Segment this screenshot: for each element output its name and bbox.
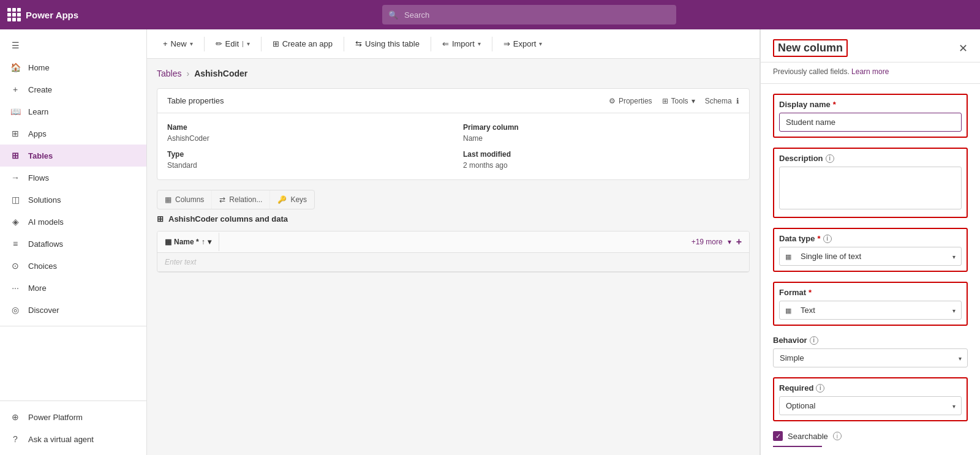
breadcrumb-parent[interactable]: Tables (157, 69, 181, 78)
behavior-info-icon[interactable]: i (810, 336, 818, 345)
data-table-title: ⊞ AshishCoder columns and data (157, 214, 750, 224)
panel-subtitle-text: Previously called fields. (773, 67, 851, 76)
new-button[interactable]: + New ▾ (157, 36, 199, 52)
schema-tab-keys[interactable]: 🔑 Keys (270, 190, 314, 209)
display-name-input[interactable] (779, 113, 962, 132)
new-chevron-icon: ▾ (190, 40, 193, 47)
more-chevron-icon: ▾ (728, 238, 731, 246)
search-icon: 🔍 (388, 10, 398, 20)
format-group: Format * ▦ Text Email URL Phone ▾ (773, 282, 968, 326)
behavior-select-wrap: Simple Calculated Rollup ▾ (773, 348, 968, 367)
search-input[interactable] (382, 5, 676, 24)
sidebar-item-apps[interactable]: ⊞ Apps (0, 122, 146, 145)
display-name-required: * (833, 100, 836, 109)
learn-icon: 📖 (10, 107, 21, 116)
searchable-info-icon[interactable]: i (833, 432, 842, 440)
description-textarea[interactable] (779, 167, 962, 209)
tables-icon: ⊞ (10, 151, 21, 160)
searchable-checkbox[interactable]: ✓ (773, 431, 783, 441)
searchable-label: Searchable (788, 432, 828, 441)
grid-icon (7, 8, 21, 21)
sidebar-item-learn[interactable]: 📖 Learn (0, 100, 146, 122)
last-modified-property: Last modified 2 months ago (463, 150, 739, 170)
apps-icon: ⊞ (10, 129, 21, 138)
sidebar-item-power-platform[interactable]: ⊕ Power Platform (0, 406, 146, 428)
topbar: Power Apps 🔍 (0, 0, 980, 29)
behavior-select[interactable]: Simple Calculated Rollup (773, 348, 968, 367)
sidebar-item-choices[interactable]: ⊙ Choices (0, 255, 146, 277)
required-select[interactable]: Optional Business recommended Business r… (779, 396, 962, 415)
more-icon: ··· (10, 283, 21, 293)
data-table-icon: ⊞ (157, 214, 164, 224)
table-cell-placeholder: Enter text (157, 253, 749, 271)
sidebar-item-virtual-agent[interactable]: ? Ask a virtual agent (0, 428, 146, 450)
sort-icon[interactable]: ↑ (202, 238, 205, 246)
tools-button[interactable]: ⊞ Tools ▾ (662, 97, 695, 105)
table-properties-grid: Name AshishCoder Primary column Name Typ… (167, 123, 739, 170)
sidebar-item-flows[interactable]: → Flows (0, 167, 146, 189)
relationships-label: Relation... (229, 195, 262, 204)
breadcrumb-current: AshishCoder (194, 69, 247, 78)
edit-button[interactable]: ✏ Edit | ▾ (209, 36, 256, 52)
panel-close-button[interactable]: ✕ (959, 42, 968, 55)
display-name-group: Display name * (773, 94, 968, 138)
sidebar-item-discover[interactable]: ◎ Discover (0, 299, 146, 321)
dataflows-icon: ≡ (10, 239, 21, 249)
sidebar-item-home[interactable]: 🏠 Home (0, 56, 146, 78)
solutions-icon: ◫ (10, 195, 21, 205)
sidebar-item-ai-models[interactable]: ◈ AI models (0, 211, 146, 233)
table-properties-body: Name AshishCoder Primary column Name Typ… (157, 113, 749, 179)
create-app-button[interactable]: ⊞ Create an app (266, 36, 339, 52)
toolbar-divider-4 (431, 37, 431, 51)
sidebar-item-more[interactable]: ··· More (0, 277, 146, 299)
data-type-select[interactable]: Single line of text Multiple lines of te… (779, 247, 962, 266)
name-value: AshishCoder (167, 134, 443, 143)
import-icon: ⇐ (442, 39, 449, 48)
power-platform-icon: ⊕ (10, 412, 21, 422)
virtual-agent-icon: ? (10, 434, 21, 444)
edit-dropdown-icon: ▾ (247, 40, 250, 47)
sidebar-item-tables[interactable]: ⊞ Tables (0, 145, 146, 167)
required-info-icon[interactable]: i (816, 384, 824, 393)
create-icon: + (10, 85, 21, 94)
import-button[interactable]: ⇐ Import ▾ (436, 36, 487, 52)
data-type-label: Data type * i (779, 234, 962, 243)
required-select-wrap: Optional Business recommended Business r… (779, 396, 962, 415)
more-columns-btn[interactable]: +19 more ▾ + (684, 231, 749, 252)
format-select[interactable]: Text Email URL Phone (779, 301, 962, 320)
format-select-wrap: ▦ Text Email URL Phone ▾ (779, 301, 962, 320)
keys-icon: 🔑 (277, 195, 287, 204)
schema-label: Schema ℹ (705, 97, 739, 105)
home-icon: 🏠 (10, 62, 21, 72)
type-value: Standard (167, 161, 443, 170)
sidebar-item-solutions[interactable]: ◫ Solutions (0, 189, 146, 211)
name-col-header: ▦ Name * ↑ ▾ (157, 233, 219, 251)
data-table-section: ⊞ AshishCoder columns and data ▦ Name * … (157, 214, 750, 273)
columns-icon: ▦ (165, 195, 172, 204)
data-type-select-wrap: ▦ Single line of text Multiple lines of … (779, 247, 962, 266)
add-column-btn[interactable]: + (736, 236, 742, 247)
behavior-label: Behavior i (773, 336, 968, 345)
edit-chevron-icon: | (242, 40, 244, 47)
learn-more-link[interactable]: Learn more (851, 67, 889, 76)
sort-filter-icon[interactable]: ▾ (208, 238, 211, 246)
search-bar: 🔍 (382, 5, 676, 24)
discover-icon: ◎ (10, 305, 21, 315)
name-property: Name AshishCoder (167, 123, 443, 143)
schema-tab-relationships[interactable]: ⇄ Relation... (212, 190, 270, 209)
last-modified-label: Last modified (463, 150, 739, 159)
sidebar-item-dataflows[interactable]: ≡ Dataflows (0, 233, 146, 255)
last-modified-value: 2 months ago (463, 161, 739, 170)
behavior-group: Behavior i Simple Calculated Rollup ▾ (773, 336, 968, 367)
description-info-icon[interactable]: i (826, 154, 834, 163)
using-table-button[interactable]: ⇆ Using this table (349, 36, 426, 52)
properties-button[interactable]: ⚙ Properties (609, 97, 652, 105)
data-type-info-icon[interactable]: i (823, 235, 832, 243)
data-type-group: Data type * i ▦ Single line of text Mult… (773, 228, 968, 272)
sidebar-item-hamburger[interactable]: ☰ (0, 34, 146, 56)
schema-tab-columns[interactable]: ▦ Columns (157, 190, 212, 209)
sidebar-item-create[interactable]: + Create (0, 78, 146, 100)
sidebar-bottom-nav: ⊕ Power Platform ? Ask a virtual agent (0, 400, 146, 455)
export-button[interactable]: ⇒ Export ▾ (497, 36, 549, 52)
primary-col-value: Name (463, 134, 739, 143)
